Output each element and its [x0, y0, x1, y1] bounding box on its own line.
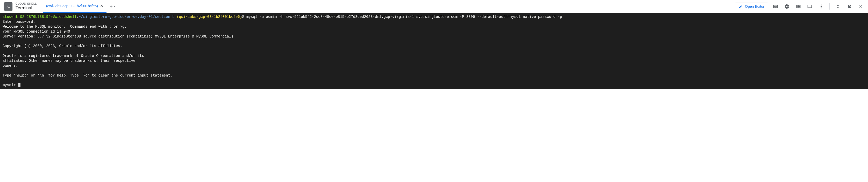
prompt-dollar: $	[242, 15, 246, 19]
title-large: Terminal	[16, 5, 37, 11]
tab-bar: (qwiklabs-gcp-03-1b2f001bcfe6) ✕ +	[43, 0, 116, 13]
terminal-cursor	[19, 83, 21, 87]
session-icon[interactable]	[807, 3, 813, 9]
terminal-command: mysql -u admin -h svc-521eb542-2cc8-48ce…	[246, 15, 562, 19]
prompt-path: ~/singlestore-gcp-looker-devday-01/secti…	[79, 15, 175, 19]
add-tab-button[interactable]: +	[110, 4, 116, 9]
svg-point-4	[820, 4, 822, 5]
close-panel-icon[interactable]	[858, 3, 864, 9]
close-icon[interactable]: ✕	[100, 4, 103, 8]
gear-icon[interactable]	[784, 3, 790, 9]
svg-point-1	[798, 6, 799, 7]
divider	[829, 3, 830, 9]
minimize-icon[interactable]	[835, 3, 841, 9]
prompt-user: student_02_2876b738194e@cloudshell	[3, 15, 77, 19]
terminal-app-icon	[4, 2, 12, 11]
prompt-project: (qwiklabs-gcp-03-1b2f001bcfe6)	[175, 15, 242, 19]
chevron-down-icon	[113, 4, 116, 9]
svg-point-6	[820, 7, 822, 8]
open-new-window-icon[interactable]	[846, 3, 852, 9]
terminal-output[interactable]: student_02_2876b738194e@cloudshell:~/sin…	[0, 13, 868, 89]
more-icon[interactable]	[818, 3, 824, 9]
pencil-icon	[739, 4, 743, 8]
cloud-shell-header: CLOUD SHELL Terminal (qwiklabs-gcp-03-1b…	[0, 0, 868, 13]
svg-point-5	[820, 6, 822, 7]
title-block: CLOUD SHELL Terminal	[16, 2, 37, 11]
open-editor-label: Open Editor	[745, 4, 764, 8]
mysql-prompt: mysql>	[3, 83, 18, 87]
tab-label: (qwiklabs-gcp-03-1b2f001bcfe6)	[46, 4, 98, 8]
title-small: CLOUD SHELL	[16, 2, 37, 5]
prompt-colon: :	[77, 15, 79, 19]
toolbar-icons	[772, 3, 866, 9]
tab-active[interactable]: (qwiklabs-gcp-03-1b2f001bcfe6) ✕	[43, 0, 106, 13]
keyboard-icon[interactable]	[772, 3, 779, 9]
terminal-body: Enter password: Welcome to the MySQL mon…	[3, 20, 234, 78]
open-editor-button[interactable]: Open Editor	[735, 3, 768, 10]
plus-icon: +	[110, 4, 113, 9]
web-preview-icon[interactable]	[795, 3, 801, 9]
